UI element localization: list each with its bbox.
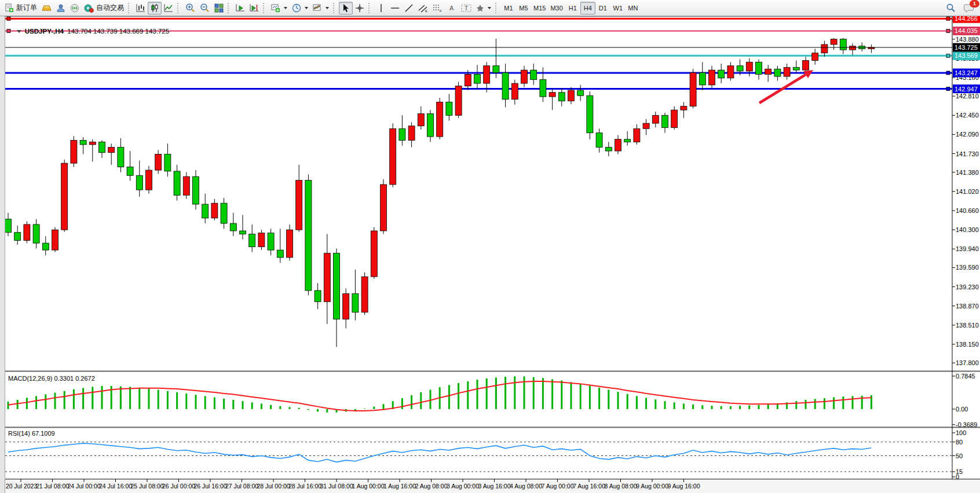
candle-bear[interactable] (624, 139, 631, 142)
profile-button[interactable] (54, 2, 68, 14)
candle-bear[interactable] (596, 133, 602, 148)
candle-bear[interactable] (446, 102, 452, 115)
timeframe-button-d1[interactable]: D1 (595, 2, 610, 14)
timeframe-button-h1[interactable]: H1 (565, 2, 580, 14)
timeframe-button-h4[interactable]: H4 (580, 2, 595, 14)
line-handle-marker[interactable] (946, 29, 950, 32)
timeframe-button-m5[interactable]: M5 (516, 2, 531, 14)
candle-bear[interactable] (315, 290, 321, 301)
candle-bear[interactable] (202, 204, 209, 218)
candlestick-chart-button[interactable] (148, 2, 162, 14)
candle-bull[interactable] (709, 70, 715, 85)
candle-bull[interactable] (183, 176, 189, 195)
candle-bear[interactable] (80, 141, 86, 145)
candle-bull[interactable] (521, 70, 528, 83)
candle-bull[interactable] (615, 139, 621, 151)
candle-bull[interactable] (784, 67, 790, 76)
line-handle-marker[interactable] (946, 87, 950, 91)
signals-button[interactable] (68, 2, 82, 14)
candle-bear[interactable] (249, 234, 255, 246)
auto-scroll-button[interactable] (233, 2, 247, 14)
candle-bear[interactable] (558, 93, 565, 101)
candle-bull[interactable] (390, 128, 396, 185)
candle-bear[interactable] (540, 80, 546, 97)
candle-bull[interactable] (89, 142, 96, 145)
candle-bull[interactable] (343, 294, 349, 319)
candle-bull[interactable] (568, 90, 575, 101)
search-button[interactable] (944, 2, 958, 14)
candle-bear[interactable] (493, 66, 499, 73)
candle-bear[interactable] (474, 74, 481, 83)
text-label-tool-button[interactable]: T (459, 2, 474, 14)
trendline-tool-button[interactable] (402, 2, 416, 14)
fibonacci-tool-button[interactable]: F (430, 2, 445, 14)
timeframe-button-m15[interactable]: M15 (531, 2, 548, 14)
candle-bear[interactable] (699, 73, 705, 85)
indicators-button[interactable] (310, 2, 331, 14)
vertical-line-tool-button[interactable] (374, 2, 388, 14)
candle-bear[interactable] (14, 233, 21, 241)
candle-bear[interactable] (399, 128, 405, 140)
candle-bull[interactable] (812, 53, 818, 61)
candle-bull[interactable] (24, 225, 30, 241)
line-handle-marker[interactable] (7, 17, 10, 20)
auto-trading-button[interactable]: 自动交易 (82, 2, 126, 14)
candle-bull[interactable] (296, 181, 302, 230)
candle-bear[interactable] (840, 39, 846, 50)
candle-bear[interactable] (605, 148, 612, 151)
candle-bear[interactable] (164, 154, 171, 171)
candle-bull[interactable] (381, 185, 387, 231)
channel-tool-button[interactable]: E (416, 2, 430, 14)
candle-bull[interactable] (727, 66, 734, 78)
candle-bull[interactable] (765, 69, 771, 74)
candle-bull[interactable] (465, 74, 471, 86)
candle-bear[interactable] (718, 70, 725, 78)
candle-bear[interactable] (427, 114, 434, 137)
candle-bear[interactable] (305, 181, 312, 290)
profiles-button[interactable] (290, 2, 310, 14)
candle-bull[interactable] (52, 230, 58, 250)
candle-bear[interactable] (277, 250, 283, 257)
candle-bear[interactable] (230, 223, 236, 231)
candle-bear[interactable] (531, 70, 537, 80)
arrows-tool-button[interactable] (474, 2, 493, 14)
new-chart-button[interactable] (269, 2, 290, 14)
candle-bull[interactable] (831, 39, 837, 45)
candle-bear[interactable] (737, 66, 743, 71)
candle-bear[interactable] (174, 171, 180, 195)
new-order-button[interactable]: 新订单 (2, 2, 39, 14)
candle-bull[interactable] (643, 123, 649, 128)
candle-bull[interactable] (850, 46, 856, 50)
candle-bear[interactable] (127, 167, 133, 176)
one-click-trading-arrow-icon[interactable] (17, 30, 21, 33)
candle-bull[interactable] (211, 203, 218, 218)
timeframe-button-w1[interactable]: W1 (610, 2, 626, 14)
timeframe-button-m1[interactable]: M1 (501, 2, 516, 14)
candle-bear[interactable] (42, 243, 49, 250)
candle-bull[interactable] (690, 73, 696, 106)
candle-bull[interactable] (671, 110, 678, 127)
candle-bear[interactable] (268, 233, 274, 250)
candle-bear[interactable] (99, 142, 105, 152)
candle-bull[interactable] (71, 141, 77, 164)
horizontal-line-tool-button[interactable] (388, 2, 402, 14)
candle-bull[interactable] (324, 253, 330, 302)
zoom-in-button[interactable] (183, 2, 198, 14)
candle-bull[interactable] (821, 45, 828, 53)
candle-bull[interactable] (746, 62, 752, 71)
cursor-tool-button[interactable] (339, 2, 353, 14)
line-handle-marker[interactable] (946, 71, 950, 75)
candle-bull[interactable] (155, 154, 162, 170)
candle-bear[interactable] (352, 294, 359, 312)
candle-bear[interactable] (587, 95, 593, 133)
chart-canvas[interactable]: 144.240143.880143.520143.160142.810142.4… (0, 16, 980, 493)
timeframe-button-m30[interactable]: M30 (548, 2, 565, 14)
candle-bear[interactable] (756, 62, 762, 74)
candle-bear[interactable] (502, 73, 509, 100)
candle-bear[interactable] (793, 67, 799, 70)
timeframe-button-mn[interactable]: MN (626, 2, 641, 14)
candle-bull[interactable] (258, 233, 265, 247)
tile-windows-button[interactable] (212, 2, 226, 14)
candle-bull[interactable] (146, 170, 152, 190)
candle-bull[interactable] (108, 148, 115, 153)
